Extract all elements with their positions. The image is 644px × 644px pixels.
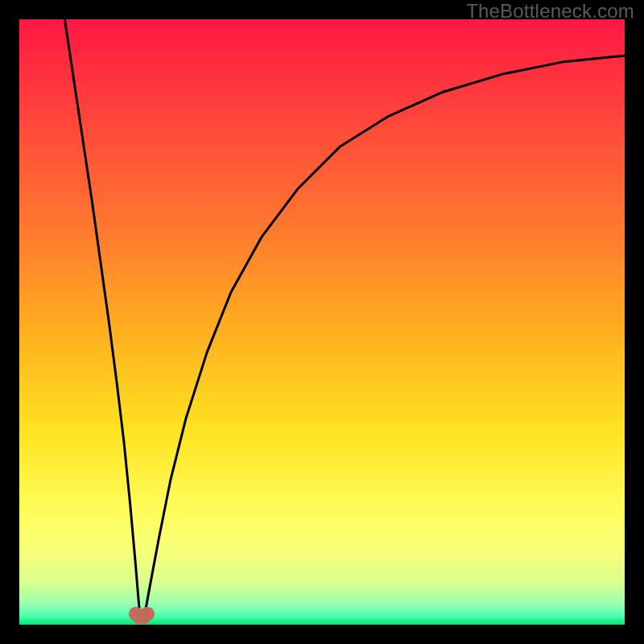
plot-frame bbox=[19, 19, 625, 625]
svg-point-3 bbox=[140, 607, 155, 621]
curve-left-branch bbox=[64, 19, 140, 621]
min-marker bbox=[129, 607, 155, 625]
plot-area bbox=[19, 19, 625, 625]
chart-stage: TheBottleneck.com bbox=[0, 0, 644, 644]
curve-right-branch bbox=[143, 56, 625, 621]
curve-layer bbox=[19, 19, 625, 625]
